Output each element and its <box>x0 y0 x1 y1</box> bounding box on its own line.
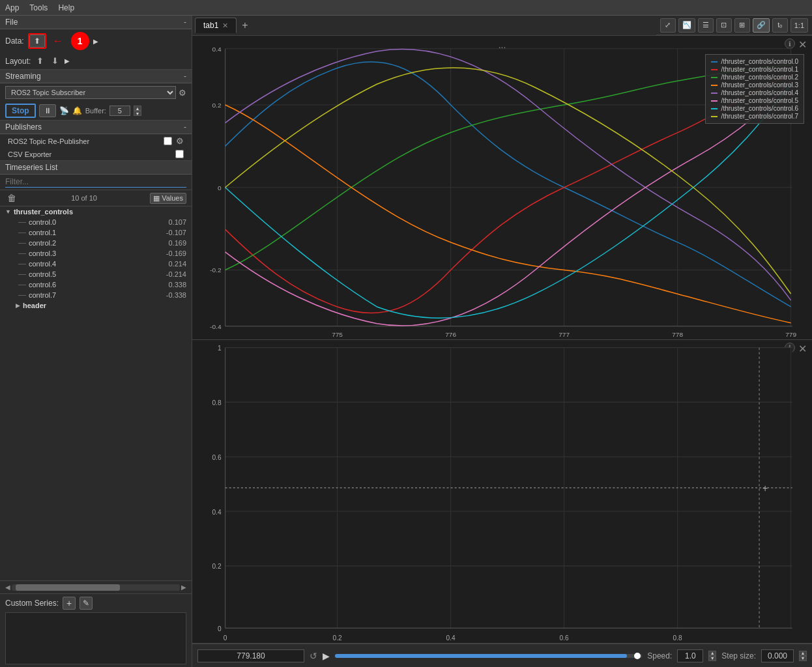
scroll-left-arrow[interactable]: ◀ <box>4 584 12 591</box>
play-button[interactable]: ▶ <box>323 651 330 661</box>
add-tab-button[interactable]: + <box>238 20 252 31</box>
left-panel: File - Data: ⬆ ← 1 ▶ Layout: ⬆ ⬇ ▶ <box>0 16 192 667</box>
filter-input[interactable] <box>5 177 186 188</box>
tree-header-item[interactable]: ▶ header <box>0 300 192 311</box>
main-layout: File - Data: ⬆ ← 1 ▶ Layout: ⬆ ⬇ ▶ <box>0 16 812 667</box>
time-display[interactable] <box>197 649 304 662</box>
child-value-5: -0.214 <box>154 270 186 278</box>
menu-help[interactable]: Help <box>58 3 74 12</box>
tree-child-4[interactable]: — control.4 0.214 <box>0 259 192 269</box>
streaming-collapse[interactable]: - <box>184 72 186 81</box>
buffer-input[interactable] <box>109 106 130 116</box>
step-input[interactable] <box>761 649 794 662</box>
scroll-right-arrow[interactable]: ▶ <box>180 584 188 591</box>
svg-text:0.8: 0.8 <box>673 633 682 642</box>
step-spin-down[interactable]: ▼ <box>799 656 807 661</box>
legend-label-1: /thruster_controls/control.1 <box>721 66 798 73</box>
tab-close-0[interactable]: ✕ <box>222 22 228 29</box>
speed-spin-up[interactable]: ▲ <box>708 651 716 656</box>
tool-list-btn[interactable]: ☰ <box>698 18 714 33</box>
file-collapse[interactable]: - <box>184 18 186 27</box>
child-value-7: -0.338 <box>154 291 186 299</box>
buffer-spin-down[interactable]: ▼ <box>134 111 141 116</box>
publisher-gear-0[interactable]: ⚙ <box>176 136 184 146</box>
tool-move-btn[interactable]: ⤢ <box>660 18 676 33</box>
streaming-controls-row: Stop ⏸ 📡 🔔 Buffer: ▲ ▼ <box>0 102 192 120</box>
custom-series-add-btn[interactable]: + <box>63 597 76 610</box>
tool-link-btn[interactable]: 🔗 <box>753 18 770 33</box>
layout-expand-arrow[interactable]: ▶ <box>65 57 70 64</box>
custom-series-label: Custom Series: <box>5 599 59 608</box>
progress-bar[interactable] <box>335 654 642 658</box>
progress-thumb[interactable] <box>634 653 641 659</box>
tree-child-3[interactable]: — control.3 -0.169 <box>0 248 192 259</box>
scrollbar-area: ◀ ▶ <box>0 580 192 593</box>
tool-ratio-btn[interactable]: 1:1 <box>790 18 808 33</box>
publisher-label-0: ROS2 Topic Re-Publisher <box>8 137 160 145</box>
speed-spinners: ▲ ▼ <box>708 651 716 661</box>
horizontal-scrollbar[interactable] <box>12 584 180 591</box>
tool-grid-btn[interactable]: ⊞ <box>734 18 750 33</box>
pause-button[interactable]: ⏸ <box>39 104 56 117</box>
ts-values-btn[interactable]: ▦ Values <box>150 193 186 204</box>
menu-tools[interactable]: Tools <box>29 3 48 12</box>
dash-6: — <box>18 280 26 289</box>
data-export-button-wrapper[interactable]: ⬆ <box>28 33 46 49</box>
custom-series-box <box>5 612 186 664</box>
wifi-icon: 📡 <box>59 106 69 115</box>
file-header: File - <box>0 16 192 29</box>
svg-text:0.4: 0.4 <box>212 46 221 53</box>
legend-item-3: /thruster_controls/control.3 <box>711 81 798 89</box>
tree-root-item[interactable]: ▼ thruster_controls <box>0 206 192 217</box>
step-spin-up[interactable]: ▲ <box>799 651 807 656</box>
streaming-header: Streaming - <box>0 70 192 83</box>
tree-child-2[interactable]: — control.2 0.169 <box>0 238 192 248</box>
menu-app[interactable]: App <box>5 3 19 12</box>
speed-spin-down[interactable]: ▼ <box>708 656 716 661</box>
tree-child-1[interactable]: — control.1 -0.107 <box>0 227 192 238</box>
publishers-collapse[interactable]: - <box>184 122 186 132</box>
scrollbar-thumb[interactable] <box>16 584 120 591</box>
legend-item-7: /thruster_controls/control.7 <box>711 113 798 120</box>
subscriber-select[interactable]: ROS2 Topic Subscriber <box>5 86 176 99</box>
file-title: File <box>5 18 18 27</box>
tree-child-5[interactable]: — control.5 -0.214 <box>0 269 192 279</box>
publisher-row-0: ROS2 Topic Re-Publisher ⚙ <box>0 134 192 148</box>
loop-button[interactable]: ↺ <box>310 651 317 661</box>
tree-child-7[interactable]: — control.7 -0.338 <box>0 290 192 300</box>
legend-label-5: /thruster_controls/control.5 <box>721 97 798 104</box>
tab-label-0: tab1 <box>203 21 218 30</box>
legend-label-3: /thruster_controls/control.3 <box>721 81 798 89</box>
tool-chart-btn[interactable]: 📉 <box>678 18 695 33</box>
file-data-row: Data: ⬆ ← 1 ▶ <box>0 29 192 53</box>
timeseries-actions: 🗑 10 of 10 ▦ Values <box>0 190 192 206</box>
legend-item-1: /thruster_controls/control.1 <box>711 66 798 73</box>
legend-item-2: /thruster_controls/control.2 <box>711 74 798 81</box>
tool-time-btn[interactable]: t₀ <box>772 18 788 33</box>
ts-delete-btn[interactable]: 🗑 <box>5 192 18 204</box>
legend-label-6: /thruster_controls/control.6 <box>721 105 798 112</box>
dash-7: — <box>18 291 26 300</box>
subscriber-gear-btn[interactable]: ⚙ <box>179 88 186 98</box>
publisher-checkbox-0[interactable] <box>164 137 172 145</box>
step-label: Step size: <box>721 651 756 660</box>
child-label-0: control.0 <box>29 218 154 226</box>
child-value-0: 0.107 <box>154 218 186 226</box>
tree-child-6[interactable]: — control.6 0.338 <box>0 279 192 290</box>
stop-button[interactable]: Stop <box>5 104 36 118</box>
layout-save-btn[interactable]: ⬆ <box>35 55 46 66</box>
tool-overlay-btn[interactable]: ⊡ <box>716 18 732 33</box>
tree-child-0[interactable]: — control.0 0.107 <box>0 217 192 227</box>
custom-series-edit-btn[interactable]: ✎ <box>80 597 93 610</box>
file-section: File - Data: ⬆ ← 1 ▶ Layout: ⬆ ⬇ ▶ <box>0 16 192 70</box>
tab-tab1[interactable]: tab1 ✕ <box>195 18 237 33</box>
publisher-checkbox-1[interactable] <box>175 150 184 158</box>
publishers-title: Publishers <box>5 122 42 132</box>
svg-text:0.2: 0.2 <box>333 633 342 642</box>
data-export-button[interactable]: ⬆ <box>29 35 45 48</box>
layout-load-btn[interactable]: ⬇ <box>50 55 61 66</box>
buffer-spin-up[interactable]: ▲ <box>134 106 141 111</box>
speed-input[interactable] <box>677 649 703 662</box>
file-expand-arrow[interactable]: ▶ <box>93 38 98 45</box>
timeseries-tree: ▼ thruster_controls — control.0 0.107 — … <box>0 206 192 580</box>
